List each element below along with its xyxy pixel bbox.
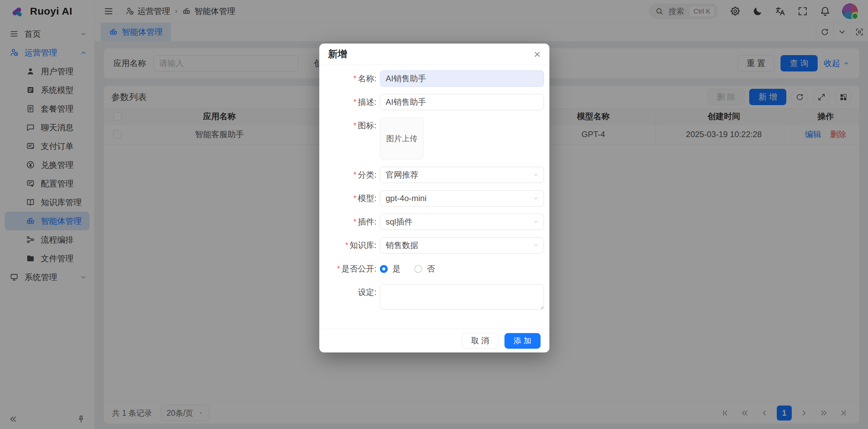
chevron-down-icon xyxy=(533,172,539,178)
close-icon[interactable]: × xyxy=(534,48,541,60)
modal-header: 新增 × xyxy=(319,44,549,65)
required-mark: * xyxy=(353,121,356,130)
required-mark: * xyxy=(353,194,356,203)
form-row-category: *分类: 官网推荐 xyxy=(319,167,544,183)
chevron-down-icon xyxy=(533,219,539,225)
setting-field-label: 设定: xyxy=(319,284,380,300)
plugin-field-label: *插件: xyxy=(319,214,380,230)
public-field-label: *是否公开: xyxy=(319,261,380,277)
category-select[interactable]: 官网推荐 xyxy=(380,167,544,183)
chevron-down-icon xyxy=(533,195,539,201)
required-mark: * xyxy=(353,97,356,106)
radio-no[interactable] xyxy=(414,265,422,273)
form-row-desc: *描述: xyxy=(319,94,544,110)
kb-value: 销售数据 xyxy=(386,240,418,251)
form-row-icon: *图标: 图片上传 xyxy=(319,117,544,160)
category-field-label: *分类: xyxy=(319,167,380,183)
add-agent-modal: 新增 × *名称: *描述: *图标: 图片上传 *分类: 官网推荐 xyxy=(319,44,549,352)
form-row-public: *是否公开: 是 否 xyxy=(319,261,544,277)
public-radio-group: 是 否 xyxy=(380,261,544,277)
name-input[interactable] xyxy=(380,70,544,87)
knowledge-base-select[interactable]: 销售数据 xyxy=(380,237,544,253)
name-field-label: *名称: xyxy=(319,70,380,87)
modal-title: 新增 xyxy=(328,48,347,61)
upload-label: 图片上传 xyxy=(386,133,418,144)
required-mark: * xyxy=(353,170,356,179)
kb-field-label: *知识库: xyxy=(319,237,380,253)
form-row-plugin: *插件: sql插件 xyxy=(319,214,544,230)
required-mark: * xyxy=(353,217,356,226)
radio-yes-label: 是 xyxy=(392,263,401,274)
required-mark: * xyxy=(337,264,340,273)
plugin-select[interactable]: sql插件 xyxy=(380,214,544,230)
form-row-setting: 设定: xyxy=(319,284,544,311)
image-upload-box[interactable]: 图片上传 xyxy=(380,117,424,160)
setting-textarea[interactable] xyxy=(380,284,544,310)
radio-yes[interactable] xyxy=(380,265,388,273)
model-field-label: *模型: xyxy=(319,190,380,207)
form-row-name: *名称: xyxy=(319,70,544,87)
plugin-value: sql插件 xyxy=(386,216,413,227)
desc-input[interactable] xyxy=(380,94,544,110)
chevron-down-icon xyxy=(533,242,539,248)
desc-field-label: *描述: xyxy=(319,94,380,110)
required-mark: * xyxy=(353,74,356,83)
form-row-knowledge-base: *知识库: 销售数据 xyxy=(319,237,544,253)
icon-field-label: *图标: xyxy=(319,117,380,134)
submit-add-button[interactable]: 添 加 xyxy=(504,333,541,349)
form-row-model: *模型: gpt-4o-mini xyxy=(319,190,544,207)
radio-no-label: 否 xyxy=(427,263,435,274)
cancel-button[interactable]: 取 消 xyxy=(462,333,498,349)
modal-footer: 取 消 添 加 xyxy=(319,329,549,352)
required-mark: * xyxy=(345,241,348,250)
category-value: 官网推荐 xyxy=(386,169,418,180)
model-value: gpt-4o-mini xyxy=(386,194,427,203)
modal-body: *名称: *描述: *图标: 图片上传 *分类: 官网推荐 xyxy=(319,65,549,311)
model-select[interactable]: gpt-4o-mini xyxy=(380,190,544,207)
